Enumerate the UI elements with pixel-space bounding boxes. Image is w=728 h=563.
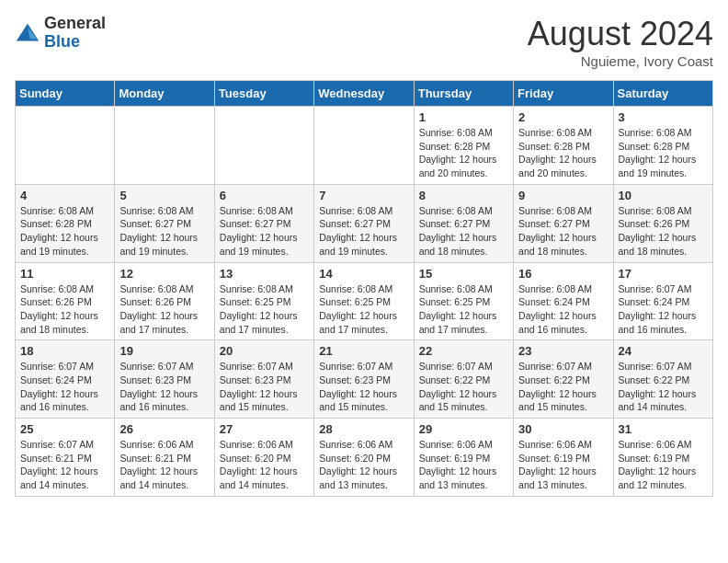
day-info: Sunrise: 6:06 AMSunset: 6:21 PMDaylight:… xyxy=(119,438,209,492)
month-year: August 2024 xyxy=(528,15,713,53)
day-info: Sunrise: 6:06 AMSunset: 6:20 PMDaylight:… xyxy=(220,438,309,492)
calendar-week-row: 11Sunrise: 6:08 AMSunset: 6:26 PMDayligh… xyxy=(16,262,713,340)
calendar-cell: 26Sunrise: 6:06 AMSunset: 6:21 PMDayligh… xyxy=(115,419,214,497)
day-number: 21 xyxy=(319,344,408,358)
page-header: General Blue August 2024 Nguieme, Ivory … xyxy=(15,15,713,69)
day-info: Sunrise: 6:07 AMSunset: 6:24 PMDaylight:… xyxy=(20,360,109,414)
calendar-week-row: 4Sunrise: 6:08 AMSunset: 6:28 PMDaylight… xyxy=(16,184,713,262)
calendar: SundayMondayTuesdayWednesdayThursdayFrid… xyxy=(15,80,713,497)
calendar-cell: 29Sunrise: 6:06 AMSunset: 6:19 PMDayligh… xyxy=(414,419,513,497)
calendar-cell: 18Sunrise: 6:07 AMSunset: 6:24 PMDayligh… xyxy=(16,340,115,419)
calendar-cell: 14Sunrise: 6:08 AMSunset: 6:25 PMDayligh… xyxy=(314,262,414,340)
calendar-cell: 24Sunrise: 6:07 AMSunset: 6:22 PMDayligh… xyxy=(613,340,712,419)
day-number: 28 xyxy=(319,422,408,436)
calendar-cell xyxy=(214,107,313,185)
day-info: Sunrise: 6:08 AMSunset: 6:28 PMDaylight:… xyxy=(518,126,608,180)
weekday-header: Saturday xyxy=(613,81,712,107)
day-info: Sunrise: 6:07 AMSunset: 6:23 PMDaylight:… xyxy=(319,360,408,414)
day-number: 24 xyxy=(619,344,708,358)
day-info: Sunrise: 6:08 AMSunset: 6:27 PMDaylight:… xyxy=(220,204,309,259)
day-info: Sunrise: 6:07 AMSunset: 6:23 PMDaylight:… xyxy=(119,360,209,414)
day-number: 27 xyxy=(220,422,309,436)
day-number: 23 xyxy=(518,344,608,358)
calendar-cell: 13Sunrise: 6:08 AMSunset: 6:25 PMDayligh… xyxy=(214,262,313,340)
day-number: 14 xyxy=(319,267,408,281)
calendar-week-row: 25Sunrise: 6:07 AMSunset: 6:21 PMDayligh… xyxy=(16,419,713,497)
day-number: 4 xyxy=(20,189,109,202)
calendar-cell: 9Sunrise: 6:08 AMSunset: 6:27 PMDaylight… xyxy=(514,184,613,262)
calendar-cell: 12Sunrise: 6:08 AMSunset: 6:26 PMDayligh… xyxy=(115,262,214,340)
calendar-cell xyxy=(115,107,214,185)
day-number: 10 xyxy=(619,189,708,202)
day-info: Sunrise: 6:08 AMSunset: 6:27 PMDaylight:… xyxy=(319,204,408,259)
calendar-cell: 15Sunrise: 6:08 AMSunset: 6:25 PMDayligh… xyxy=(414,262,513,340)
weekday-row: SundayMondayTuesdayWednesdayThursdayFrid… xyxy=(16,81,713,107)
day-number: 31 xyxy=(619,422,708,436)
calendar-cell: 10Sunrise: 6:08 AMSunset: 6:26 PMDayligh… xyxy=(613,184,712,262)
day-info: Sunrise: 6:07 AMSunset: 6:21 PMDaylight:… xyxy=(20,438,109,492)
day-info: Sunrise: 6:06 AMSunset: 6:19 PMDaylight:… xyxy=(419,438,508,492)
day-info: Sunrise: 6:08 AMSunset: 6:25 PMDaylight:… xyxy=(419,282,508,337)
day-info: Sunrise: 6:08 AMSunset: 6:26 PMDaylight:… xyxy=(119,282,209,337)
day-number: 5 xyxy=(119,189,209,202)
title-area: August 2024 Nguieme, Ivory Coast xyxy=(528,15,713,69)
calendar-cell: 19Sunrise: 6:07 AMSunset: 6:23 PMDayligh… xyxy=(115,340,214,419)
day-number: 13 xyxy=(220,267,309,281)
day-number: 30 xyxy=(518,422,608,436)
day-info: Sunrise: 6:08 AMSunset: 6:28 PMDaylight:… xyxy=(20,204,109,259)
day-info: Sunrise: 6:07 AMSunset: 6:22 PMDaylight:… xyxy=(518,360,608,414)
calendar-cell: 21Sunrise: 6:07 AMSunset: 6:23 PMDayligh… xyxy=(314,340,414,419)
day-info: Sunrise: 6:07 AMSunset: 6:23 PMDaylight:… xyxy=(220,360,309,414)
logo-icon xyxy=(15,20,40,46)
calendar-header: SundayMondayTuesdayWednesdayThursdayFrid… xyxy=(16,81,713,107)
day-info: Sunrise: 6:08 AMSunset: 6:28 PMDaylight:… xyxy=(419,126,508,180)
weekday-header: Sunday xyxy=(16,81,115,107)
weekday-header: Friday xyxy=(514,81,613,107)
day-info: Sunrise: 6:06 AMSunset: 6:19 PMDaylight:… xyxy=(518,438,608,492)
day-info: Sunrise: 6:06 AMSunset: 6:20 PMDaylight:… xyxy=(319,438,408,492)
calendar-week-row: 18Sunrise: 6:07 AMSunset: 6:24 PMDayligh… xyxy=(16,340,713,419)
calendar-cell: 8Sunrise: 6:08 AMSunset: 6:27 PMDaylight… xyxy=(414,184,513,262)
day-info: Sunrise: 6:07 AMSunset: 6:22 PMDaylight:… xyxy=(419,360,508,414)
calendar-cell: 20Sunrise: 6:07 AMSunset: 6:23 PMDayligh… xyxy=(214,340,313,419)
calendar-cell: 4Sunrise: 6:08 AMSunset: 6:28 PMDaylight… xyxy=(16,184,115,262)
weekday-header: Monday xyxy=(115,81,214,107)
day-info: Sunrise: 6:06 AMSunset: 6:19 PMDaylight:… xyxy=(619,438,708,492)
day-number: 6 xyxy=(220,189,309,202)
day-number: 17 xyxy=(619,267,708,281)
calendar-cell: 7Sunrise: 6:08 AMSunset: 6:27 PMDaylight… xyxy=(314,184,414,262)
calendar-cell: 2Sunrise: 6:08 AMSunset: 6:28 PMDaylight… xyxy=(514,107,613,185)
day-number: 25 xyxy=(20,422,109,436)
calendar-cell: 23Sunrise: 6:07 AMSunset: 6:22 PMDayligh… xyxy=(514,340,613,419)
calendar-cell: 30Sunrise: 6:06 AMSunset: 6:19 PMDayligh… xyxy=(514,419,613,497)
day-info: Sunrise: 6:08 AMSunset: 6:28 PMDaylight:… xyxy=(619,126,708,180)
calendar-cell: 31Sunrise: 6:06 AMSunset: 6:19 PMDayligh… xyxy=(613,419,712,497)
logo-blue: Blue xyxy=(44,33,106,52)
day-info: Sunrise: 6:08 AMSunset: 6:27 PMDaylight:… xyxy=(119,204,209,259)
calendar-cell: 22Sunrise: 6:07 AMSunset: 6:22 PMDayligh… xyxy=(414,340,513,419)
day-number: 26 xyxy=(119,422,209,436)
day-info: Sunrise: 6:08 AMSunset: 6:25 PMDaylight:… xyxy=(220,282,309,337)
calendar-cell: 3Sunrise: 6:08 AMSunset: 6:28 PMDaylight… xyxy=(613,107,712,185)
calendar-cell: 1Sunrise: 6:08 AMSunset: 6:28 PMDaylight… xyxy=(414,107,513,185)
day-info: Sunrise: 6:08 AMSunset: 6:27 PMDaylight:… xyxy=(518,204,608,259)
day-number: 3 xyxy=(619,110,708,124)
calendar-cell: 11Sunrise: 6:08 AMSunset: 6:26 PMDayligh… xyxy=(16,262,115,340)
day-number: 22 xyxy=(419,344,508,358)
calendar-week-row: 1Sunrise: 6:08 AMSunset: 6:28 PMDaylight… xyxy=(16,107,713,185)
day-number: 2 xyxy=(518,110,608,124)
day-number: 11 xyxy=(20,267,109,281)
calendar-cell xyxy=(16,107,115,185)
calendar-cell: 5Sunrise: 6:08 AMSunset: 6:27 PMDaylight… xyxy=(115,184,214,262)
calendar-cell: 16Sunrise: 6:08 AMSunset: 6:24 PMDayligh… xyxy=(514,262,613,340)
day-number: 29 xyxy=(419,422,508,436)
day-number: 12 xyxy=(119,267,209,281)
logo-general: General xyxy=(44,15,106,33)
day-number: 15 xyxy=(419,267,508,281)
day-info: Sunrise: 6:08 AMSunset: 6:27 PMDaylight:… xyxy=(419,204,508,259)
day-info: Sunrise: 6:07 AMSunset: 6:24 PMDaylight:… xyxy=(619,282,708,337)
day-info: Sunrise: 6:08 AMSunset: 6:26 PMDaylight:… xyxy=(20,282,109,337)
calendar-cell xyxy=(314,107,414,185)
day-number: 19 xyxy=(119,344,209,358)
calendar-cell: 17Sunrise: 6:07 AMSunset: 6:24 PMDayligh… xyxy=(613,262,712,340)
